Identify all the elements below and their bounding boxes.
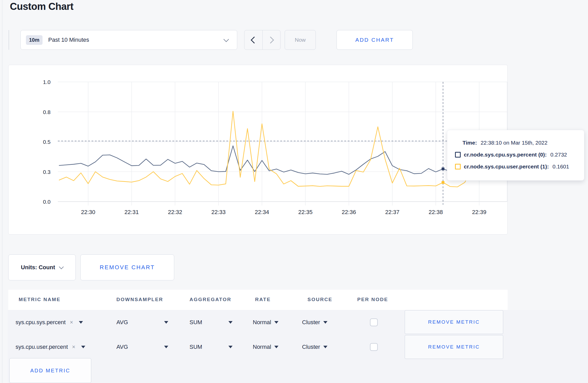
user-series-swatch-icon (455, 164, 461, 169)
svg-text:22:31: 22:31 (124, 209, 139, 215)
tooltip-series-row: cr.node.sys.cpu.sys.percent (0): 0.2732 (455, 149, 584, 161)
time-range-select[interactable]: 10m Past 10 Minutes (20, 30, 237, 50)
add-chart-label: ADD CHART (355, 37, 394, 43)
aggregator-select[interactable]: SUM (190, 337, 233, 357)
metric-name: sys.cpu.user.percent (16, 344, 68, 350)
caret-down-icon (228, 321, 233, 324)
downsampler-value: AVG (116, 319, 128, 326)
time-pager (244, 30, 281, 50)
svg-text:0.3: 0.3 (43, 169, 51, 175)
downsampler-select[interactable]: AVG (116, 313, 168, 332)
tooltip-series-name: cr.node.sys.cpu.sys.percent (0): (464, 152, 547, 158)
rate-value: Normal (253, 344, 271, 350)
column-header-downsampler: DOWNSAMPLER (116, 297, 163, 302)
metric-name: sys.cpu.sys.percent (16, 319, 66, 326)
svg-text:22:39: 22:39 (472, 209, 486, 215)
svg-text:0.8: 0.8 (43, 109, 51, 115)
units-select[interactable]: Units: Count (8, 254, 76, 280)
time-range-label: Past 10 Minutes (48, 37, 89, 43)
chevron-left-icon (251, 37, 258, 44)
caret-down-icon (164, 346, 168, 348)
next-range-button[interactable] (262, 30, 281, 49)
svg-text:22:35: 22:35 (298, 209, 312, 215)
chart-card: 1.00.80.50.30.022:3022:3122:3222:3322:34… (8, 65, 508, 235)
sys-series-swatch-icon (455, 152, 461, 158)
chart-canvas[interactable]: 1.00.80.50.30.022:3022:3122:3222:3322:34… (9, 65, 508, 235)
remove-metric-button[interactable]: REMOVE METRIC (405, 335, 503, 359)
chevron-right-icon (267, 37, 274, 44)
chevron-down-icon (59, 264, 64, 269)
per-node-checkbox[interactable] (370, 318, 378, 326)
remove-chart-button[interactable]: REMOVE CHART (80, 254, 174, 280)
svg-text:0.5: 0.5 (43, 139, 51, 145)
per-node-checkbox[interactable] (370, 343, 378, 351)
remove-chart-label: REMOVE CHART (100, 264, 155, 271)
downsampler-select[interactable]: AVG (116, 337, 168, 357)
column-header-per-node: PER NODE (357, 297, 388, 302)
tooltip-series-name: cr.node.sys.cpu.user.percent (1): (464, 164, 549, 170)
svg-text:22:30: 22:30 (81, 209, 95, 215)
tooltip-series-row: cr.node.sys.cpu.user.percent (1): 0.1601 (455, 161, 584, 173)
tooltip-time-row: Time: 22:38:10 on Mar 15th, 2022 (455, 137, 584, 149)
aggregator-value: SUM (190, 344, 202, 350)
svg-text:22:36: 22:36 (342, 209, 356, 215)
svg-text:0.0: 0.0 (43, 199, 51, 205)
column-header-aggregator: AGGREGATOR (190, 297, 232, 302)
caret-down-icon (274, 346, 278, 348)
column-header-metric-name: METRIC NAME (19, 297, 61, 302)
caret-down-icon (164, 321, 168, 324)
svg-text:22:32: 22:32 (168, 209, 182, 215)
source-value: Cluster (302, 319, 320, 326)
downsampler-value: AVG (116, 344, 128, 350)
units-label: Units: Count (21, 264, 55, 271)
add-chart-button[interactable]: ADD CHART (337, 30, 413, 50)
source-value: Cluster (302, 344, 320, 350)
chevron-down-icon (223, 37, 229, 42)
clear-metric-icon[interactable]: × (70, 319, 73, 326)
metric-name-select[interactable]: sys.cpu.user.percent × (16, 337, 85, 357)
page-title: Custom Chart (10, 1, 73, 12)
rate-value: Normal (253, 319, 271, 326)
svg-text:22:34: 22:34 (255, 209, 269, 215)
prev-range-button[interactable] (244, 30, 262, 49)
remove-metric-button[interactable]: REMOVE METRIC (405, 310, 503, 334)
add-metric-label: ADD METRIC (30, 368, 70, 374)
remove-metric-label: REMOVE METRIC (428, 344, 480, 350)
caret-down-icon (274, 321, 278, 324)
tooltip-time-label: Time: (463, 140, 477, 146)
chart-tooltip: Time: 22:38:10 on Mar 15th, 2022 cr.node… (447, 130, 584, 181)
caret-down-icon (323, 346, 327, 348)
clear-metric-icon[interactable]: × (72, 344, 75, 350)
tooltip-time-value: 22:38:10 on Mar 15th, 2022 (481, 140, 548, 146)
remove-metric-label: REMOVE METRIC (428, 319, 480, 325)
metric-name-select[interactable]: sys.cpu.sys.percent × (16, 313, 83, 332)
column-header-source: SOURCE (307, 297, 332, 302)
column-header-rate: RATE (255, 297, 271, 302)
aggregator-select[interactable]: SUM (190, 313, 233, 332)
rate-select[interactable]: Normal (253, 337, 278, 357)
caret-down-icon (79, 321, 83, 324)
source-select[interactable]: Cluster (302, 337, 327, 357)
svg-text:22:38: 22:38 (429, 209, 443, 215)
caret-down-icon (323, 321, 327, 324)
time-range-badge: 10m (26, 35, 43, 45)
now-button[interactable]: Now (285, 30, 316, 50)
aggregator-value: SUM (190, 319, 202, 326)
caret-down-icon (81, 346, 85, 348)
caret-down-icon (228, 346, 233, 348)
tooltip-series-value: 0.1601 (552, 164, 569, 170)
add-metric-button[interactable]: ADD METRIC (9, 358, 91, 383)
rate-select[interactable]: Normal (253, 313, 278, 332)
source-select[interactable]: Cluster (302, 313, 327, 332)
svg-text:1.0: 1.0 (43, 79, 51, 85)
tooltip-series-value: 0.2732 (550, 152, 567, 158)
svg-text:22:37: 22:37 (385, 209, 400, 215)
toolbar-divider (9, 30, 9, 50)
svg-text:22:33: 22:33 (211, 209, 226, 215)
metrics-table-header: METRIC NAME DOWNSAMPLER AGGREGATOR RATE … (8, 290, 508, 310)
